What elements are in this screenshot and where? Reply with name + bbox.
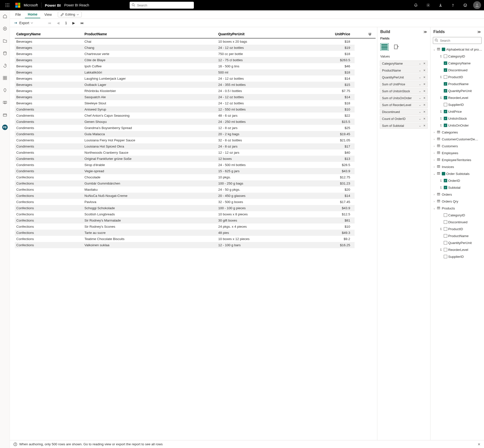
nav-metrics-icon[interactable] [1,62,9,70]
pager-last-icon[interactable]: ⏭ [81,21,84,25]
remove-field-icon[interactable]: ✕ [422,69,426,72]
chevron-down-icon[interactable]: ⌄ [418,117,422,120]
user-avatar[interactable] [473,1,481,9]
table-row[interactable]: CondimentsVegie-spread15 - 625 g jars$43… [15,168,376,174]
field-checkbox[interactable]: ✓ [444,117,447,120]
value-field-pill[interactable]: ProductName⌄✕ [380,67,428,74]
table-row[interactable]: CondimentsGenen Shouyu24 - 250 ml bottle… [15,119,376,125]
nav-workspace-badge[interactable]: PB [1,123,9,131]
format-visual-icon[interactable] [392,43,401,51]
chevron-down-icon[interactable]: ⌄ [418,124,422,127]
remove-field-icon[interactable]: ✕ [422,96,426,100]
table-row[interactable]: ConfectionsSir Rodney's Scones24 pkgs. x… [15,224,376,230]
remove-field-icon[interactable]: ✕ [422,103,426,107]
settings-icon[interactable] [424,1,433,10]
field-checkbox[interactable]: ✓ [444,68,447,72]
field-node[interactable]: ΣReorderLevel [430,246,484,253]
field-node[interactable]: SupplierID [430,253,484,260]
field-node[interactable]: Discontinued [430,219,484,225]
field-node[interactable]: ✓Discontinued [430,67,484,74]
field-checkbox[interactable] [444,103,447,106]
field-checkbox[interactable] [444,220,447,224]
table-row[interactable]: ConfectionsPavlova32 - 500 g boxes$17.45 [15,199,376,205]
nav-browse-icon[interactable] [1,37,9,45]
table-node[interactable]: ›CustomerCustomerDe… [430,136,484,143]
table-row[interactable]: ConfectionsValkoinen suklaa12 - 100 g ba… [15,242,376,248]
value-field-pill[interactable]: Sum of UnitsOnOrder⌄✕ [380,95,428,101]
field-node[interactable]: Σ✓ReorderLevel [430,94,484,101]
field-checkbox[interactable] [444,234,447,238]
remove-field-icon[interactable]: ✕ [422,76,426,79]
chevron-down-icon[interactable]: ⌄ [418,62,422,65]
field-checkbox[interactable] [444,55,447,58]
table-node[interactable]: ›Customers [430,143,484,149]
field-checkbox[interactable]: ✓ [444,186,447,189]
column-header[interactable]: QuantityPerUnit [217,31,302,38]
tab-view[interactable]: View [41,11,55,18]
table-node[interactable]: ⌄Alphabetical list of pro… [430,46,484,53]
field-checkbox[interactable]: ✓ [444,82,447,86]
field-node[interactable]: QuantityPerUnit [430,239,484,246]
table-row[interactable]: CondimentsLouisiana Hot Spiced Okra24 - … [15,143,376,149]
workspace-name[interactable]: Power BI Reach [64,3,89,7]
remove-field-icon[interactable]: ✕ [422,117,426,120]
value-field-pill[interactable]: Sum of Subtotal⌄✕ [380,123,428,129]
table-row[interactable]: ConfectionsSir Rodney's Marmalade30 gift… [15,217,376,224]
expand-icon[interactable]: › [432,145,436,148]
table-row[interactable]: ConfectionsTarte au sucre48 pies$49.3 [15,230,376,236]
field-node[interactable]: Σ✓UnitPrice [430,108,484,115]
table-row[interactable]: BeveragesLakkalikööri500 ml$18 [15,69,376,75]
expand-icon[interactable]: › [432,138,436,141]
column-header[interactable]: U [355,31,376,38]
close-notice-icon[interactable]: ✕ [478,442,481,446]
nav-create-icon[interactable] [1,25,9,33]
table-row[interactable]: ConfectionsSchoggi Schokolade100 - 100 g… [15,205,376,211]
table-node[interactable]: ›Employees [430,149,484,156]
table-row[interactable]: CondimentsOriginal Frankfurter grüne Soß… [15,156,376,162]
collapse-fields-icon[interactable]: ≫ [477,30,481,34]
chevron-down-icon[interactable]: ⌄ [418,110,422,113]
nav-workspaces-icon[interactable] [1,111,9,119]
table-row[interactable]: ConfectionsGumbär Gummibärchen100 - 250 … [15,180,376,187]
tab-file[interactable]: File [12,11,24,18]
value-field-pill[interactable]: Sum of ReorderLevel⌄✕ [380,102,428,108]
table-row[interactable]: ConfectionsMaxilaku24 - 50 g pkgs.$20 [15,187,376,193]
expand-icon[interactable]: › [432,193,436,196]
nav-apps-icon[interactable] [1,74,9,82]
fields-search-input[interactable] [433,37,482,44]
table-row[interactable]: CondimentsNorthwoods Cranberry Sauce12 -… [15,149,376,156]
global-search-input[interactable] [130,2,194,9]
field-checkbox[interactable] [444,241,447,244]
remove-field-icon[interactable]: ✕ [422,62,426,65]
field-checkbox[interactable]: ✓ [444,61,447,65]
report-table-scroll[interactable]: CategoryNameProductNameQuantityPerUnitUn… [15,31,376,441]
table-row[interactable]: ConfectionsChocolade10 pkgs.$12.75 [15,174,376,180]
table-row[interactable]: CondimentsChef Anton's Cajun Seasoning48… [15,112,376,119]
field-node[interactable]: Σ✓UnitsOnOrder [430,122,484,129]
expand-icon[interactable]: ⌄ [432,207,436,210]
field-node[interactable]: ΣCategoryID [430,53,484,60]
pager-first-icon[interactable]: ⏮ [48,21,51,25]
table-row[interactable]: CondimentsAniseed Syrup12 - 550 ml bottl… [15,106,376,112]
remove-field-icon[interactable]: ✕ [422,83,426,86]
field-checkbox[interactable] [444,255,447,258]
global-search[interactable] [130,2,194,9]
remove-field-icon[interactable]: ✕ [422,110,426,113]
field-node[interactable]: ✓QuantityPerUnit [430,87,484,94]
table-row[interactable]: CondimentsGrandma's Boysenberry Spread12… [15,125,376,131]
expand-icon[interactable]: › [432,151,436,154]
field-checkbox[interactable]: ✓ [444,89,447,93]
field-checkbox[interactable] [444,75,447,79]
field-checkbox[interactable]: ✓ [444,96,447,99]
field-node[interactable]: ✓ProductName [430,80,484,87]
table-row[interactable]: ConfectionsNuNuCa Nuß-Nougat-Creme20 - 4… [15,193,376,199]
field-checkbox[interactable]: ✓ [444,110,447,113]
fields-tree[interactable]: ⌄Alphabetical list of pro…ΣCategoryID✓Ca… [430,46,484,448]
nav-data-hub-icon[interactable] [1,49,9,57]
value-field-pill[interactable]: Sum of UnitPrice⌄✕ [380,81,428,87]
table-node[interactable]: ⌄Products [430,205,484,212]
nav-deployment-icon[interactable] [1,86,9,94]
table-node[interactable]: ›Orders [430,191,484,198]
field-node[interactable]: Σ✓OrderID [430,177,484,184]
field-node[interactable]: SupplierID [430,101,484,108]
